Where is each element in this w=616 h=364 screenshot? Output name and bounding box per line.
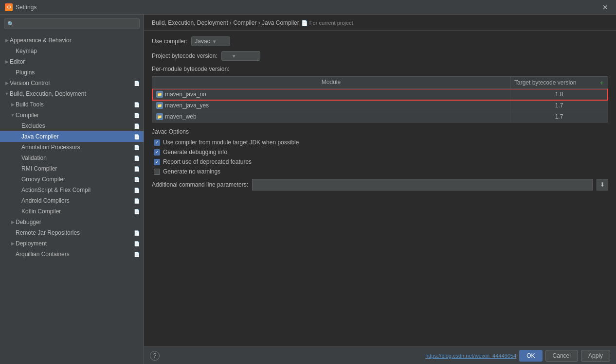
sidebar-item-compiler[interactable]: ▼ Compiler 📄 xyxy=(0,110,144,121)
search-input[interactable] xyxy=(16,20,136,27)
sidebar-item-label: Build Tools xyxy=(16,101,134,108)
sidebar-item-label: Arquillian Containers xyxy=(16,251,134,258)
expand-spacer xyxy=(10,252,16,257)
sidebar-item-java-compiler[interactable]: Java Compiler 📄 xyxy=(0,131,144,142)
sidebar-item-label: Android Compilers xyxy=(21,197,134,204)
sidebar-item-deployment[interactable]: ▶ Deployment 📄 xyxy=(0,238,144,249)
cancel-button[interactable]: Cancel xyxy=(545,350,578,362)
expand-icon: ▼ xyxy=(4,91,10,96)
edit-icon: 📄 xyxy=(134,156,140,161)
sidebar-item-label: Annotation Processors xyxy=(21,144,134,151)
expand-icon: ▶ xyxy=(10,220,16,225)
sidebar-item-label: Deployment xyxy=(16,240,134,247)
sidebar-item-label: Remote Jar Repositories xyxy=(16,229,134,236)
expand-icon: ▶ xyxy=(10,241,16,246)
compiler-select-value: Javac xyxy=(195,38,210,45)
expand-spacer xyxy=(10,230,16,235)
window-title: Settings xyxy=(16,4,36,11)
sidebar-item-kotlin-compiler[interactable]: Kotlin Compiler 📄 xyxy=(0,206,144,217)
sidebar-item-build-tools[interactable]: ▶ Build Tools 📄 xyxy=(0,99,144,110)
table-cell-version: 1.7 xyxy=(510,100,608,111)
expand-spacer xyxy=(16,166,21,171)
checkbox-no-warnings[interactable] xyxy=(154,169,160,175)
sidebar-item-rmi-compiler[interactable]: RMI Compiler 📄 xyxy=(0,163,144,174)
checkbox-label-generate-debug: Generate debugging info xyxy=(163,149,227,156)
cmd-input[interactable] xyxy=(252,179,593,191)
expand-spacer xyxy=(16,145,21,150)
table-row[interactable]: 📁 maven_java_no 1.8 xyxy=(152,89,608,100)
apply-button[interactable]: Apply xyxy=(581,350,610,362)
checkbox-row-no-warnings: Generate no warnings xyxy=(152,168,608,175)
expand-spacer xyxy=(16,198,21,203)
sidebar-item-editor[interactable]: ▶ Editor xyxy=(0,56,144,67)
sidebar-item-annotation-processors[interactable]: Annotation Processors 📄 xyxy=(0,142,144,153)
sidebar-item-label: Appearance & Behavior xyxy=(10,37,140,44)
sidebar-item-groovy-compiler[interactable]: Groovy Compiler 📄 xyxy=(0,174,144,185)
sidebar-item-keymap[interactable]: Keymap xyxy=(0,46,144,56)
sidebar-item-label: Version Control xyxy=(10,80,134,87)
checkbox-row-report-deprecated: Report use of deprecated features xyxy=(152,158,608,165)
expand-spacer xyxy=(16,188,21,192)
project-bytecode-label: Project bytecode version: xyxy=(152,52,217,59)
sidebar-item-label: Plugins xyxy=(16,69,140,76)
sidebar-item-android-compilers[interactable]: Android Compilers 📄 xyxy=(0,195,144,206)
expand-spacer xyxy=(16,134,21,139)
checkbox-generate-debug[interactable] xyxy=(154,149,160,156)
module-name: maven_java_yes xyxy=(165,102,209,109)
javac-options-title: Javac Options xyxy=(152,128,608,135)
table-cell-version: 1.8 xyxy=(510,89,608,100)
per-module-title: Per-module bytecode version: xyxy=(152,66,608,72)
search-box[interactable]: 🔍 xyxy=(4,18,140,29)
edit-icon: 📄 xyxy=(134,123,140,129)
checkbox-use-compiler[interactable] xyxy=(154,139,160,146)
edit-icon: 📄 xyxy=(134,113,140,118)
breadcrumb-path: Build, Execution, Deployment › Compiler … xyxy=(152,19,299,26)
sidebar-item-build-execution[interactable]: ▼ Build, Execution, Deployment xyxy=(0,88,144,99)
expand-spacer xyxy=(16,156,21,160)
sidebar-item-label: Build, Execution, Deployment xyxy=(10,90,140,97)
app-icon: ⚙ xyxy=(5,3,13,11)
title-bar-left: ⚙ Settings xyxy=(5,3,36,11)
help-button[interactable]: ? xyxy=(150,351,160,361)
sidebar-item-appearance[interactable]: ▶ Appearance & Behavior xyxy=(0,35,144,46)
bottom-bar: ? https://blog.csdn.net/weixin_44449054 … xyxy=(144,347,616,364)
nav-tree: ▶ Appearance & Behavior Keymap ▶ Editor … xyxy=(0,33,144,364)
cmd-expand-button[interactable]: ⬇ xyxy=(597,179,608,191)
add-row-button[interactable]: + xyxy=(600,79,604,87)
ok-button[interactable]: OK xyxy=(519,350,542,362)
sidebar-item-arquillian[interactable]: Arquillian Containers 📄 xyxy=(0,249,144,260)
bytecode-select[interactable]: ▼ xyxy=(221,51,260,61)
footer-link[interactable]: https://blog.csdn.net/weixin_44449054 xyxy=(425,353,516,359)
use-compiler-label: Use compiler: xyxy=(152,38,187,45)
module-icon: 📁 xyxy=(156,113,163,120)
sidebar-item-label: Java Compiler xyxy=(21,133,134,140)
sidebar-item-validation[interactable]: Validation 📄 xyxy=(0,153,144,163)
edit-icon: 📄 xyxy=(134,166,140,172)
edit-icon: 📄 xyxy=(134,252,140,257)
module-table: Module Target bytecode version + 📁 maven… xyxy=(152,76,608,122)
edit-icon: 📄 xyxy=(134,134,140,139)
col-target-header: Target bytecode version + xyxy=(510,77,608,88)
sidebar-item-remote-jar[interactable]: Remote Jar Repositories 📄 xyxy=(0,227,144,238)
module-name: maven_java_no xyxy=(165,91,206,98)
close-button[interactable]: ✕ xyxy=(599,2,611,12)
table-row[interactable]: 📁 maven_web 1.7 xyxy=(152,111,608,122)
sidebar-item-actionscript[interactable]: ActionScript & Flex Compil 📄 xyxy=(0,185,144,195)
sidebar-item-excludes[interactable]: Excludes 📄 xyxy=(0,121,144,131)
table-row[interactable]: 📁 maven_java_yes 1.7 xyxy=(152,100,608,111)
sidebar-item-label: Excludes xyxy=(21,122,134,129)
expand-spacer xyxy=(10,70,16,75)
sidebar: 🔍 ▶ Appearance & Behavior Keymap ▶ Edito… xyxy=(0,15,144,364)
compiler-select[interactable]: Javac ▼ xyxy=(191,36,230,46)
content-area: Build, Execution, Deployment › Compiler … xyxy=(144,15,616,364)
sidebar-item-version-control[interactable]: ▶ Version Control 📄 xyxy=(0,78,144,88)
breadcrumb: Build, Execution, Deployment › Compiler … xyxy=(144,15,616,31)
expand-spacer xyxy=(16,123,21,128)
sidebar-item-plugins[interactable]: Plugins xyxy=(0,67,144,78)
sidebar-item-debugger[interactable]: ▶ Debugger xyxy=(0,217,144,227)
table-cell-module: 📁 maven_web xyxy=(152,111,510,122)
checkbox-report-deprecated[interactable] xyxy=(154,159,160,165)
expand-spacer xyxy=(16,209,21,214)
sidebar-item-label: Keymap xyxy=(16,48,140,54)
expand-spacer xyxy=(16,177,21,182)
